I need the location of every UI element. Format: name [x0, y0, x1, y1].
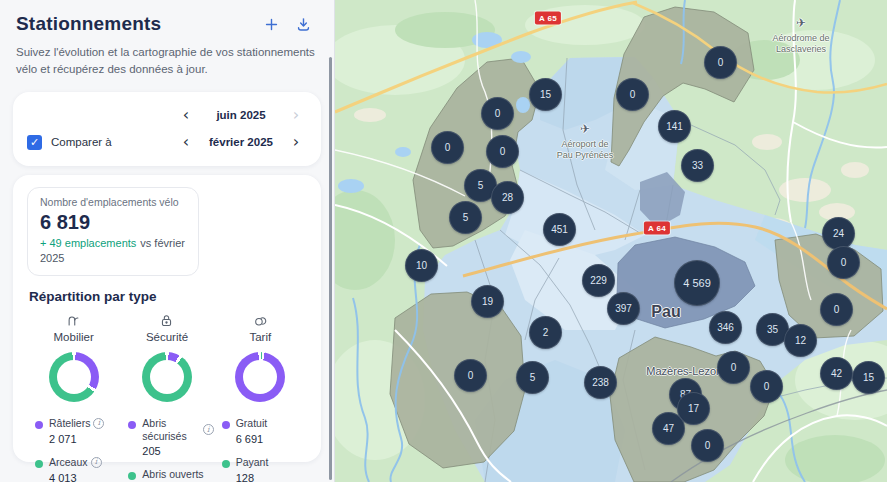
- legend-label: Arceaux: [49, 456, 88, 469]
- legend-item: Arceauxi 4 013: [35, 452, 120, 482]
- map-marker[interactable]: 5: [516, 361, 549, 394]
- map-marker[interactable]: 238: [584, 366, 617, 399]
- legend-dot: [222, 460, 230, 468]
- info-icon[interactable]: i: [91, 457, 102, 468]
- map-marker[interactable]: 397: [607, 292, 640, 325]
- info-icon[interactable]: i: [203, 424, 214, 435]
- map-marker[interactable]: 0: [717, 351, 750, 384]
- map-marker[interactable]: 15: [529, 78, 562, 111]
- map-marker[interactable]: 0: [704, 46, 737, 79]
- legend-label: Payant: [236, 456, 269, 469]
- legend-value: 205: [142, 445, 213, 457]
- map-marker[interactable]: 0: [827, 246, 860, 279]
- repartition-heading: Répartition par type: [29, 289, 305, 304]
- compare-period-label: février 2025: [209, 136, 273, 148]
- legend-mobilier: Râteliersi 2 071 Arceauxi 4 013: [27, 413, 120, 482]
- map-marker[interactable]: 0: [820, 293, 853, 326]
- legend-value: 6 691: [236, 433, 307, 445]
- legend-value: 2 071: [49, 433, 120, 445]
- primary-period-label: juin 2025: [216, 109, 265, 121]
- stat-value: 6 819: [40, 210, 186, 235]
- sidebar-scrollbar[interactable]: [329, 57, 332, 480]
- lock-icon: [159, 312, 174, 328]
- map-marker[interactable]: 0: [486, 135, 519, 168]
- page-title: Stationnements: [16, 13, 161, 35]
- chart-title: Sécurité: [146, 331, 188, 343]
- legend-label: Râteliers: [49, 417, 90, 430]
- add-button[interactable]: [263, 16, 280, 33]
- chart-col-securite: Sécurité Abris sécurisési 205 Abris ouve…: [120, 312, 213, 482]
- map-marker[interactable]: 19: [471, 285, 504, 318]
- map-marker[interactable]: 346: [709, 311, 742, 344]
- compare-label: Comparer à: [51, 136, 112, 148]
- stat-delta-positive: + 49 emplacements: [40, 237, 136, 249]
- map-marker[interactable]: 0: [750, 370, 783, 403]
- map-marker[interactable]: 229: [582, 264, 615, 297]
- map[interactable]: PauMazères-Lezons✈Aéroport de Pau Pyréné…: [335, 0, 887, 482]
- donut-tarif: [235, 352, 285, 402]
- map-marker[interactable]: 42: [820, 357, 853, 390]
- chart-col-tarif: Tarif Gratuiti 6 691 Payanti 128: [214, 312, 307, 482]
- map-marker[interactable]: 451: [543, 213, 576, 246]
- map-marker[interactable]: 5: [449, 201, 482, 234]
- period-row-compare: ✓ Comparer à ‹ février 2025 ›: [27, 129, 307, 156]
- map-marker[interactable]: 4 569: [674, 260, 720, 306]
- donut-securite: [142, 352, 192, 402]
- bike-rack-icon: [66, 312, 81, 328]
- map-background: [335, 0, 887, 482]
- map-marker[interactable]: 0: [691, 429, 724, 462]
- header-actions: [263, 16, 318, 33]
- map-marker[interactable]: 141: [658, 110, 691, 143]
- stat-delta: + 49 emplacementsvs février 2025: [40, 236, 186, 266]
- coins-icon: [253, 312, 268, 328]
- legend-item: Râteliersi 2 071: [35, 413, 120, 445]
- next-month-button[interactable]: ›: [289, 107, 303, 123]
- legend-item: Abris ouvertsi 2 002: [128, 464, 213, 482]
- legend-value: 128: [236, 472, 307, 482]
- compare-period-stepper: ‹ février 2025 ›: [175, 134, 307, 150]
- legend-dot: [35, 421, 43, 429]
- legend-label: Abris sécurisés: [142, 417, 199, 443]
- info-icon[interactable]: i: [93, 418, 104, 429]
- legend-dot: [35, 460, 43, 468]
- stats-card: Nombre d'emplacements vélo 6 819 + 49 em…: [13, 175, 321, 462]
- legend-item: Abris sécurisési 205: [128, 413, 213, 457]
- sidebar: Stationnements Suivez l'évolution et la …: [0, 0, 335, 482]
- map-marker[interactable]: 47: [652, 412, 685, 445]
- legend-securite: Abris sécurisési 205 Abris ouvertsi 2 00…: [120, 413, 213, 482]
- legend-dot: [222, 421, 230, 429]
- map-marker[interactable]: 28: [491, 181, 524, 214]
- total-spots-statbox: Nombre d'emplacements vélo 6 819 + 49 em…: [27, 187, 199, 276]
- map-marker[interactable]: 10: [405, 249, 438, 282]
- compare-prev-month-button[interactable]: ‹: [179, 134, 193, 150]
- repartition-charts: Mobilier Râteliersi 2 071 Arceauxi 4 013: [27, 312, 307, 482]
- legend-dot: [128, 472, 136, 480]
- map-marker[interactable]: 24: [822, 217, 855, 250]
- period-row-primary: ‹ juin 2025 ›: [27, 102, 307, 129]
- map-marker[interactable]: 0: [616, 78, 649, 111]
- map-marker[interactable]: 0: [481, 97, 514, 130]
- map-marker[interactable]: 12: [784, 324, 817, 357]
- legend-value: 4 013: [49, 472, 120, 482]
- sidebar-header: Stationnements: [13, 0, 321, 35]
- map-marker[interactable]: 33: [681, 149, 714, 182]
- primary-period-stepper: ‹ juin 2025 ›: [175, 107, 307, 123]
- stat-label: Nombre d'emplacements vélo: [40, 196, 186, 209]
- compare-checkbox[interactable]: ✓: [27, 135, 42, 150]
- chart-title: Mobilier: [54, 331, 94, 343]
- map-marker[interactable]: 15: [852, 361, 885, 394]
- chart-col-mobilier: Mobilier Râteliersi 2 071 Arceauxi 4 013: [27, 312, 120, 482]
- donut-mobilier: [49, 352, 99, 402]
- legend-label: Gratuit: [236, 417, 268, 430]
- download-button[interactable]: [295, 16, 312, 33]
- map-marker[interactable]: 2: [529, 316, 562, 349]
- map-marker[interactable]: 0: [454, 359, 487, 392]
- period-card: ‹ juin 2025 › ✓ Comparer à ‹ février 202…: [13, 92, 321, 166]
- legend-dot: [128, 421, 136, 429]
- prev-month-button[interactable]: ‹: [179, 107, 193, 123]
- chart-title: Tarif: [249, 331, 271, 343]
- map-marker[interactable]: 0: [431, 131, 464, 164]
- compare-next-month-button[interactable]: ›: [289, 134, 303, 150]
- page-subtitle: Suivez l'évolution et la cartographie de…: [16, 44, 318, 79]
- legend-item: Payanti 128: [222, 452, 307, 482]
